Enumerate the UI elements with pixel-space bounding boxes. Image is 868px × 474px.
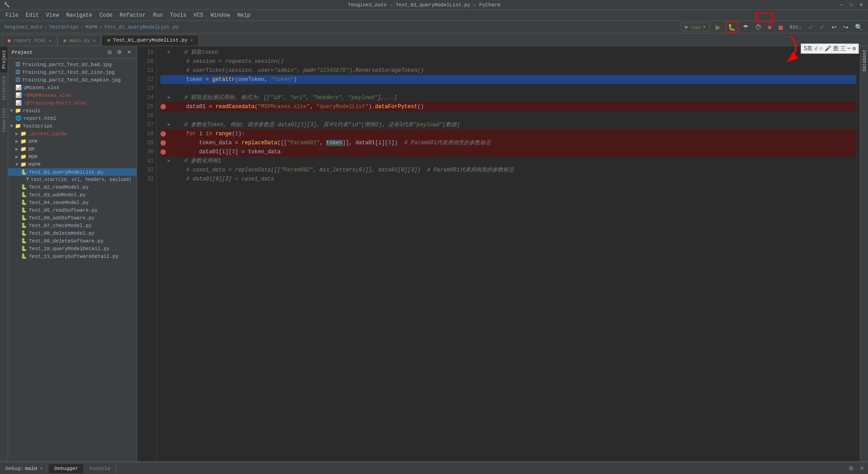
menu-item-tools[interactable]: Tools — [166, 11, 190, 19]
tab-main-py[interactable]: ◼ main.py ✕ — [57, 35, 101, 46]
git-check-button[interactable]: ✓ — [806, 23, 815, 32]
collapse-27[interactable]: ▶ — [168, 120, 170, 129]
tab-report-close[interactable]: ✕ — [49, 38, 52, 43]
tab-test01-py[interactable]: ◼ Test_01_queryModelList.py ✕ — [101, 35, 199, 46]
run-config-label: main — [690, 24, 701, 30]
debug-action-button[interactable]: 🐛 — [725, 22, 738, 33]
collapse-24[interactable]: ▶ — [168, 93, 170, 102]
ime-mic: 🎤 — [825, 45, 831, 52]
run-action-button[interactable]: ▶ — [714, 23, 722, 32]
ime-settings: ⚙ — [853, 45, 856, 52]
project-tab[interactable]: Project — [0, 46, 8, 72]
menu-item-window[interactable]: Window — [207, 11, 234, 19]
redo-button[interactable]: ↪ — [841, 23, 850, 32]
menu-item-edit[interactable]: Edit — [22, 11, 42, 19]
sidebar-collapse-btn[interactable]: ⊟ — [106, 48, 113, 56]
tree-item-reporthtml[interactable]: 🌐report.html — [8, 114, 137, 122]
tab-main-close[interactable]: ✕ — [93, 38, 95, 43]
tree-file-test01[interactable]: 🐍Test_01_queryModelList.py — [8, 168, 137, 176]
tree-item[interactable]: 🖼Training_part2_Test_02_bad.jpg — [8, 61, 137, 68]
sidebar-title: Project — [12, 50, 33, 55]
code-content[interactable]: ▶ # 获取token # session = requests.session… — [157, 46, 860, 461]
debug-close-btn[interactable]: ✕ — [858, 464, 866, 473]
tree-file-test07[interactable]: 🐍Test_07_checkModel.py — [8, 222, 137, 229]
breakpoint-29[interactable] — [160, 140, 166, 146]
tree-item[interactable]: 📊UMcases.xlsx — [8, 84, 137, 91]
tree-file-test10[interactable]: 🐍Test_10_queryModelDetail.py — [8, 245, 137, 252]
collapse-19[interactable]: ▶ — [168, 48, 170, 57]
breadcrumb-testscript[interactable]: TestScript — [49, 24, 79, 30]
title-bar: 🔧 Tengine2_Auto – Test_01_queryModelList… — [0, 0, 868, 10]
run-icon: ▶ — [685, 24, 689, 30]
tree-folder-dfm[interactable]: ▶📁DFM — [8, 137, 137, 145]
git-check2-button[interactable]: ✓ — [818, 23, 827, 32]
tree-file-test06[interactable]: 🐍Test_06_addSoftware.py — [8, 214, 137, 222]
tree-file-test09[interactable]: 🐍Test_09_deleteSoftware.py — [8, 237, 137, 245]
tab-main-icon: ◼ — [63, 38, 66, 43]
console-tab[interactable]: Console — [84, 464, 116, 473]
tree-fn-teststart[interactable]: ftest_start(id, url, headers, payload) — [8, 176, 137, 183]
tree-item[interactable]: 🖼Training_part2_Test_02_napkin.jpg — [8, 76, 137, 84]
menu-item-navigate[interactable]: Navigate — [62, 11, 96, 19]
tree-folder-dm[interactable]: ▶📁DM — [8, 145, 137, 153]
tree-folder-mspm[interactable]: ▼📁MSPM — [8, 161, 137, 168]
code-line-21: # userTicket(session, user="admin", pwd=… — [160, 66, 856, 75]
tree-file-test05[interactable]: 🐍Test_05_readSoftware.py — [8, 206, 137, 214]
undo-button[interactable]: ↩ — [830, 23, 839, 32]
structure-tab[interactable]: Structure — [0, 72, 8, 104]
tree-item[interactable]: 📊~$Training-Part1.xlsx — [8, 99, 137, 107]
tree-folder-testscript[interactable]: ▼📁TestScript — [8, 122, 137, 130]
ime-img: 图 — [833, 45, 839, 52]
breadcrumb-file[interactable]: Test_01_queryModelList.py — [104, 24, 179, 30]
minimize-button[interactable]: ─ — [838, 2, 844, 8]
close-button[interactable]: ✕ — [858, 2, 864, 8]
toolbar: Tengine2_Auto › TestScript › MSPM › Test… — [0, 21, 868, 33]
menu-item-view[interactable]: View — [42, 11, 63, 19]
menu-item-vcs[interactable]: VCS — [190, 11, 207, 19]
tree-folder-mdm[interactable]: ▶📁MDM — [8, 153, 137, 161]
profile-button[interactable]: ⏱ — [753, 23, 763, 32]
restore-button[interactable]: □ — [848, 2, 854, 8]
sidebar-settings-btn[interactable]: ⚙ — [115, 48, 123, 56]
debug-tab-close[interactable]: ✕ — [40, 465, 43, 472]
search-everywhere-button[interactable]: 🔍 — [853, 23, 864, 32]
tree-item[interactable]: 🖼Training_part2_Test_02_lion.jpg — [8, 68, 137, 76]
debugger-tab[interactable]: Debugger — [49, 464, 84, 473]
menu-item-file[interactable]: File — [2, 11, 22, 19]
favorites-tab[interactable]: Favorites — [0, 104, 8, 136]
stop2-button[interactable]: ◼ — [776, 23, 785, 32]
no-bp-19 — [160, 50, 166, 55]
breadcrumb-tengine[interactable]: Tengine2_Auto — [4, 24, 42, 30]
tab-test01-close[interactable]: ✕ — [190, 38, 193, 43]
tree-folder-pytest[interactable]: ▶📁.pytest_cache — [8, 130, 137, 137]
coverage-button[interactable]: ☂ — [741, 23, 750, 32]
debug-settings-btn[interactable]: ⚙ — [847, 464, 856, 473]
git-label: Git: — [790, 24, 802, 30]
menu-item-help[interactable]: Help — [234, 11, 254, 19]
menu-item-code[interactable]: Code — [96, 11, 116, 19]
breadcrumb-mspm[interactable]: MSPM — [85, 24, 97, 30]
breadcrumb-sep1: › — [44, 24, 47, 30]
sidebar-close-btn[interactable]: ✕ — [125, 48, 133, 56]
ime-check: √ — [814, 46, 817, 52]
tree-file-test04[interactable]: 🐍Test_04_saveModel.py — [8, 199, 137, 206]
database-tab[interactable]: Database — [860, 46, 868, 75]
breakpoint-30[interactable] — [160, 149, 166, 155]
stop-button[interactable]: ■ — [766, 23, 773, 32]
tree-item[interactable]: 📊~$MSPMcases.xlsx — [8, 91, 137, 99]
tree-file-test03[interactable]: 🐍Test_03_addModel.py — [8, 191, 137, 199]
breakpoint-28[interactable] — [160, 131, 166, 137]
project-sidebar: Project ⊟ ⚙ ✕ 🖼Training_part2_Test_02_ba… — [8, 46, 137, 461]
menu-item-refactor[interactable]: Refactor — [116, 11, 150, 19]
run-config-dropdown[interactable]: ▶ main ▾ — [679, 21, 711, 33]
menu-item-run[interactable]: Run — [149, 11, 166, 19]
collapse-31[interactable]: ▶ — [168, 156, 170, 166]
tree-file-test02[interactable]: 🐍Test_02_readModel.py — [8, 183, 137, 191]
tree-file-test11[interactable]: 🐍Test_11_querySoftwareDetail.py — [8, 252, 137, 260]
tree-file-test08[interactable]: 🐍Test_08_deleteModel.py — [8, 229, 137, 237]
debug-tabs: Debug: main ✕ Debugger Console ⚙ ✕ — [0, 462, 868, 474]
tab-report-html[interactable]: ◼ report.html ✕ — [2, 35, 57, 46]
tree-folder-result[interactable]: ▼📁result — [8, 107, 137, 114]
run-button[interactable]: ▶ main ▾ — [681, 23, 710, 31]
breakpoint-25[interactable] — [160, 104, 166, 109]
